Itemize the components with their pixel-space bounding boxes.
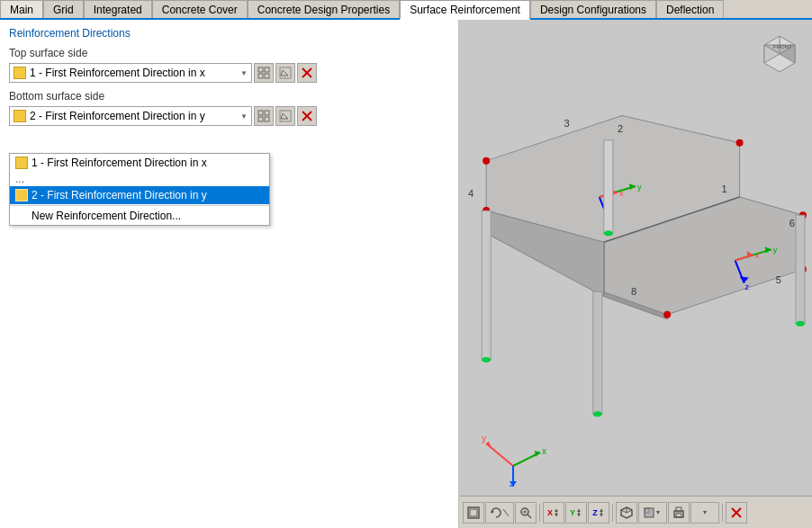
top-surface-label: Top surface side bbox=[9, 47, 449, 59]
view-btn-home[interactable] bbox=[463, 502, 484, 524]
view-sep-1 bbox=[539, 504, 540, 522]
cube-navigation-widget[interactable]: FRONT bbox=[755, 27, 805, 76]
tab-concrete-cover[interactable]: Concrete Cover bbox=[152, 0, 248, 18]
main-content: Reinforcement Directions Top surface sid… bbox=[0, 20, 812, 528]
svg-line-92 bbox=[627, 510, 632, 513]
svg-marker-83 bbox=[555, 514, 558, 516]
view-btn-display-mode[interactable] bbox=[638, 502, 667, 524]
svg-line-93 bbox=[621, 510, 627, 513]
svg-line-78 bbox=[528, 515, 531, 518]
top-edit-button[interactable] bbox=[275, 63, 295, 83]
dd-separator bbox=[10, 205, 269, 206]
svg-point-61 bbox=[482, 357, 491, 362]
svg-marker-85 bbox=[577, 509, 581, 512]
svg-rect-2 bbox=[258, 74, 263, 78]
svg-marker-88 bbox=[600, 509, 603, 512]
axis-indicator: y x z bbox=[477, 425, 549, 488]
view-btn-x[interactable]: X bbox=[543, 502, 564, 524]
view-btn-print[interactable] bbox=[668, 502, 690, 524]
dd-item-1[interactable]: 1 - First Reinforcement Direction in x bbox=[10, 154, 269, 172]
tab-design-configurations[interactable]: Design Configurations bbox=[530, 0, 656, 18]
svg-rect-9 bbox=[258, 117, 263, 121]
bottom-dropdown-arrow: ▼ bbox=[240, 112, 248, 121]
svg-marker-96 bbox=[656, 511, 660, 515]
bottom-surface-label: Bottom surface side bbox=[9, 90, 449, 103]
view-toolbar: X Y Z bbox=[459, 496, 812, 528]
svg-text:2: 2 bbox=[618, 123, 623, 134]
top-dropdown-arrow: ▼ bbox=[240, 69, 248, 77]
dd-dots[interactable]: ... bbox=[10, 172, 269, 186]
svg-point-64 bbox=[796, 321, 805, 327]
svg-rect-75 bbox=[470, 509, 477, 516]
svg-text:5: 5 bbox=[776, 274, 781, 285]
svg-text:1: 1 bbox=[721, 183, 726, 194]
svg-text:z: z bbox=[510, 479, 514, 488]
svg-marker-60 bbox=[796, 215, 805, 324]
tab-concrete-design-properties[interactable]: Concrete Design Properties bbox=[248, 0, 400, 18]
svg-point-63 bbox=[604, 230, 613, 236]
svg-text:x: x bbox=[542, 446, 546, 456]
top-color-swatch bbox=[14, 67, 26, 79]
svg-text:3: 3 bbox=[564, 118, 570, 129]
top-delete-button[interactable] bbox=[297, 63, 317, 83]
left-panel: Reinforcement Directions Top surface sid… bbox=[0, 20, 459, 528]
section-title: Reinforcement Directions bbox=[9, 27, 449, 40]
svg-text:6: 6 bbox=[789, 218, 795, 228]
svg-rect-3 bbox=[265, 74, 269, 78]
view-btn-close[interactable] bbox=[726, 502, 747, 524]
svg-text:y: y bbox=[773, 246, 778, 255]
bottom-edit-button[interactable] bbox=[275, 106, 295, 126]
svg-rect-7 bbox=[258, 111, 263, 115]
svg-text:z: z bbox=[745, 282, 750, 291]
svg-point-62 bbox=[593, 411, 602, 416]
svg-text:x: x bbox=[755, 251, 760, 260]
view-sep-2 bbox=[612, 504, 613, 522]
reinforcement-section: Reinforcement Directions Top surface sid… bbox=[0, 20, 458, 528]
svg-rect-10 bbox=[265, 117, 269, 121]
top-surface-dropdown[interactable]: 1 - First Reinforcement Direction in x ▼ bbox=[9, 63, 252, 83]
dd-item-1-swatch bbox=[15, 157, 28, 169]
view-btn-rotate[interactable] bbox=[485, 502, 514, 524]
dd-item-2[interactable]: 2 - First Reinforcement Direction in y bbox=[10, 186, 269, 204]
bottom-add-button[interactable] bbox=[254, 106, 274, 126]
svg-marker-59 bbox=[604, 140, 613, 234]
top-add-button[interactable] bbox=[254, 63, 274, 83]
svg-marker-58 bbox=[593, 292, 602, 415]
svg-text:4: 4 bbox=[468, 188, 474, 199]
dropdown-popup: 1 - First Reinforcement Direction in x .… bbox=[9, 153, 270, 226]
dd-item-new[interactable]: New Reinforcement Direction... bbox=[10, 207, 269, 225]
tab-surface-reinforcement[interactable]: Surface Reinforcement bbox=[400, 0, 530, 20]
bottom-surface-dropdown[interactable]: 2 - First Reinforcement Direction in y ▼ bbox=[9, 106, 252, 126]
svg-marker-100 bbox=[703, 511, 707, 515]
svg-text:y: y bbox=[637, 183, 642, 192]
right-panel: FRONT 2 3 4 1 bbox=[459, 20, 812, 528]
dd-item-2-swatch bbox=[15, 189, 28, 201]
svg-text:FRONT: FRONT bbox=[773, 44, 792, 49]
svg-rect-0 bbox=[258, 67, 263, 72]
svg-text:x: x bbox=[619, 189, 624, 198]
svg-point-31 bbox=[663, 311, 671, 318]
tab-grid[interactable]: Grid bbox=[43, 0, 84, 18]
svg-point-27 bbox=[736, 139, 744, 147]
tab-deflection[interactable]: Deflection bbox=[656, 0, 724, 18]
bottom-color-swatch bbox=[14, 110, 26, 122]
view-btn-cube[interactable] bbox=[616, 502, 637, 524]
svg-marker-76 bbox=[492, 510, 494, 514]
bottom-surface-row: 2 - First Reinforcement Direction in y ▼ bbox=[9, 106, 449, 126]
view-btn-z[interactable]: Z bbox=[588, 502, 609, 524]
view-btn-print-dropdown[interactable] bbox=[690, 502, 719, 524]
svg-marker-82 bbox=[555, 509, 558, 512]
view-btn-zoom-fit[interactable] bbox=[515, 502, 537, 524]
tab-main[interactable]: Main bbox=[0, 0, 43, 18]
svg-rect-1 bbox=[265, 67, 269, 72]
svg-point-26 bbox=[483, 157, 490, 165]
svg-marker-89 bbox=[600, 514, 603, 516]
svg-text:8: 8 bbox=[631, 286, 636, 297]
tab-integrated[interactable]: Integrated bbox=[84, 0, 152, 18]
svg-marker-57 bbox=[482, 210, 491, 360]
svg-text:y: y bbox=[482, 434, 486, 443]
view-btn-y[interactable]: Y bbox=[565, 502, 587, 524]
top-surface-row: 1 - First Reinforcement Direction in x ▼ bbox=[9, 63, 449, 83]
svg-rect-8 bbox=[265, 111, 269, 115]
bottom-delete-button[interactable] bbox=[297, 106, 317, 126]
